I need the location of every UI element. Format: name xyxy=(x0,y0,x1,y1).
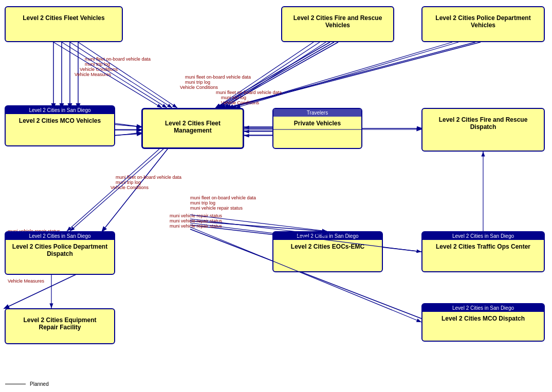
svg-line-31 xyxy=(115,123,141,127)
label-muni-fleet-3: muni fleet on-board vehicle data xyxy=(216,90,282,95)
label-repair-2: muni vehicle repair status xyxy=(170,218,222,223)
mco-dispatch-node: Level 2 Cities in San Diego Level 2 Citi… xyxy=(421,303,545,342)
label-muni-trip-1: muni trip log xyxy=(85,62,110,67)
fleet-management-node: Level 2 Cities Fleet Management xyxy=(141,108,244,149)
eocs-emc-node: Level 2 Cities in San Diego Level 2 Citi… xyxy=(272,231,383,272)
legend-line xyxy=(5,384,26,384)
svg-line-38 xyxy=(67,149,159,231)
mco-vehicles-node: Level 2 Cities in San Diego Level 2 Citi… xyxy=(5,105,115,146)
legend: Planned xyxy=(5,381,49,387)
police-vehicles-node: Level 2 Cities Police Department Vehicle… xyxy=(421,6,545,42)
svg-line-30 xyxy=(235,42,458,108)
label-vehicle-meas-1: Vehicle Measures xyxy=(75,72,111,77)
label-vehicle-cond-2: Vehicle Conditions xyxy=(180,85,218,90)
label-muni-fleet-mco: muni fleet on-board vehicle data xyxy=(116,175,181,180)
svg-line-29 xyxy=(231,42,452,108)
label-repair-1: muni vehicle repair status xyxy=(170,213,222,218)
label-muni-trip-priv: muni trip log xyxy=(190,200,215,206)
equipment-repair-node: Level 2 Cities Equipment Repair Facility xyxy=(5,308,115,344)
svg-line-8 xyxy=(229,42,481,108)
label-repair-3: muni vehicle repair status xyxy=(170,223,222,229)
label-muni-fleet-1: muni fleet on-board vehicle data xyxy=(85,57,151,62)
svg-line-7 xyxy=(226,42,475,108)
traffic-ops-node: Level 2 Cities in San Diego Level 2 Citi… xyxy=(421,231,545,272)
police-dispatch-node: Level 2 Cities in San Diego Level 2 Citi… xyxy=(5,231,115,275)
label-muni-trip-mco: muni trip log xyxy=(116,180,141,185)
fire-rescue-dispatch-node: Level 2 Cities Fire and Rescue Dispatch xyxy=(421,108,545,152)
legend-label: Planned xyxy=(30,381,49,387)
label-muni-repair-priv: muni vehicle repair status xyxy=(190,206,243,211)
label-vehicle-cond-mco: Vehicle Conditions xyxy=(111,185,149,190)
label-vehicle-cond-3: Vehicle Conditions xyxy=(221,100,259,105)
label-muni-trip-3: muni trip log xyxy=(221,95,246,100)
svg-line-39 xyxy=(70,149,163,231)
label-vehicle-cond-1: Vehicle Conditions xyxy=(80,67,118,72)
svg-line-33 xyxy=(115,133,141,136)
label-muni-trip-2: muni trip log xyxy=(185,80,210,85)
travelers-node: Travelers Private Vehicles xyxy=(272,108,362,149)
label-muni-fleet-2: muni fleet on-board vehicle data xyxy=(185,74,251,80)
label-muni-fleet-priv: muni fleet on-board vehicle data xyxy=(190,195,256,200)
diagram-container: Level 2 Cities Fleet Vehicles Level 2 Ci… xyxy=(0,0,552,392)
label-vehicle-meas-police: Vehicle Measures xyxy=(8,278,44,284)
fire-rescue-vehicles-node: Level 2 Cities Fire and Rescue Vehicles xyxy=(281,6,394,42)
fleet-vehicles-node: Level 2 Cities Fleet Vehicles xyxy=(5,6,123,42)
